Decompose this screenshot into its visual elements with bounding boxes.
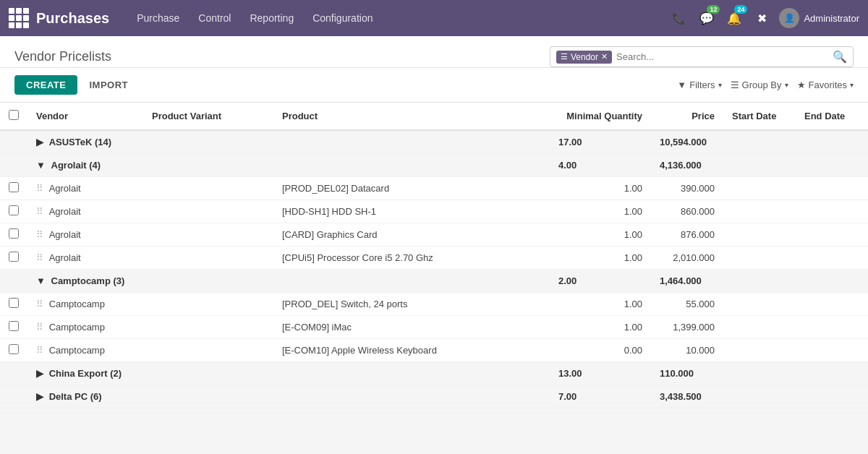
group-name-cell[interactable]: ▼ Camptocamp (3) [27,270,550,293]
app-title[interactable]: Purchases [36,10,109,27]
filters-button[interactable]: ▼ Filters ▾ [677,80,721,90]
nav-configuration[interactable]: Configuration [305,8,380,28]
group-name: China Export (2) [49,368,122,379]
filter-tag-close[interactable]: ✕ [601,52,608,61]
expand-icon[interactable]: ▶ [36,391,43,402]
settings-icon[interactable]: ✖ [752,8,772,28]
expand-icon[interactable]: ▼ [36,275,46,286]
row-end-date [796,339,868,362]
row-checkbox-cell [0,339,27,362]
row-min-qty: 1.00 [550,200,651,223]
group-name-cell[interactable]: ▶ ASUSTeK (14) [27,130,550,154]
drag-handle-icon[interactable]: ⠿ [36,206,43,217]
row-checkbox[interactable] [9,182,19,192]
avatar: 👤 [779,8,799,28]
row-end-date [796,247,868,270]
table-row[interactable]: ⠿ Agrolait [PROD_DEL02] Datacard 1.00 39… [0,177,868,200]
row-start-date [723,293,796,316]
chat-icon[interactable]: 💬 12 [697,8,717,28]
group-row[interactable]: ▶ Delta PC (6) 7.00 3,438.500 [0,385,868,408]
row-drag-vendor: ⠿ Camptocamp [27,293,143,316]
favorites-button[interactable]: ★ Favorites ▾ [797,80,854,90]
table-row[interactable]: ⠿ Agrolait [HDD-SH1] HDD SH-1 1.00 860.0… [0,200,868,223]
group-name: Delta PC (6) [49,391,102,402]
row-start-date [723,316,796,339]
row-variant [143,200,273,223]
group-name-cell[interactable]: ▼ Agrolait (4) [27,154,550,177]
row-drag-vendor: ⠿ Agrolait [27,177,143,200]
expand-icon[interactable]: ▼ [36,160,46,171]
nav-purchase[interactable]: Purchase [129,8,187,28]
drag-handle-icon[interactable]: ⠿ [36,322,43,333]
row-checkbox-cell [0,177,27,200]
row-checkbox-cell [0,247,27,270]
row-checkbox[interactable] [9,344,19,354]
row-vendor: Camptocamp [49,345,105,356]
filters-caret: ▾ [718,81,722,89]
groupby-icon: ☰ [731,80,739,90]
chat-badge: 12 [707,5,720,14]
filter-tag-label: Vendor [571,52,598,62]
group-expand-cell [0,154,27,177]
search-filter-tag[interactable]: ☰ Vendor ✕ [556,51,612,64]
row-checkbox[interactable] [9,321,19,331]
table-row[interactable]: ⠿ Camptocamp [PROD_DEL] Switch, 24 ports… [0,293,868,316]
group-row[interactable]: ▶ China Export (2) 13.00 110.000 [0,362,868,385]
row-end-date [796,293,868,316]
group-start-date [723,385,796,408]
row-price: 10.000 [651,339,723,362]
group-end-date [796,270,868,293]
phone-icon[interactable]: 📞 [669,8,689,28]
row-vendor: Agrolait [49,183,81,194]
table-row[interactable]: ⠿ Agrolait [CARD] Graphics Card 1.00 876… [0,223,868,247]
row-drag-vendor: ⠿ Camptocamp [27,316,143,339]
drag-handle-icon[interactable]: ⠿ [36,252,43,263]
row-price: 55.000 [651,293,723,316]
groupby-button[interactable]: ☰ Group By ▾ [731,80,788,90]
row-product: [PROD_DEL] Switch, 24 ports [273,293,550,316]
select-all-checkbox[interactable] [9,110,19,120]
top-nav: Purchases Purchase Control Reporting Con… [0,0,868,36]
group-name-cell[interactable]: ▶ China Export (2) [27,362,550,385]
star-icon: ★ [797,80,806,90]
row-price: 876.000 [651,223,723,247]
import-button[interactable]: IMPORT [89,80,128,90]
group-price: 3,438.500 [651,385,723,408]
search-icon[interactable]: 🔍 [833,50,847,64]
row-checkbox[interactable] [9,252,19,262]
groupby-caret: ▾ [785,81,788,89]
search-input[interactable] [616,51,830,62]
nav-control[interactable]: Control [191,8,238,28]
row-start-date [723,247,796,270]
nav-reporting[interactable]: Reporting [242,8,301,28]
group-min-qty: 17.00 [550,130,651,154]
expand-icon[interactable]: ▶ [36,137,43,147]
row-checkbox[interactable] [9,228,19,239]
group-row[interactable]: ▼ Agrolait (4) 4.00 4,136.000 [0,154,868,177]
row-variant [143,293,273,316]
row-checkbox-cell [0,200,27,223]
table-row[interactable]: ⠿ Agrolait [CPUi5] Processor Core i5 2.7… [0,247,868,270]
group-end-date [796,154,868,177]
notification-icon[interactable]: 🔔 24 [724,8,744,28]
group-row[interactable]: ▶ ASUSTeK (14) 17.00 10,594.000 [0,130,868,154]
group-start-date [723,270,796,293]
row-checkbox[interactable] [9,298,19,308]
drag-handle-icon[interactable]: ⠿ [36,183,43,194]
group-start-date [723,362,796,385]
table-row[interactable]: ⠿ Camptocamp [E-COM10] Apple Wireless Ke… [0,339,868,362]
drag-handle-icon[interactable]: ⠿ [36,345,43,356]
row-price: 1,399.000 [651,316,723,339]
drag-handle-icon[interactable]: ⠿ [36,229,43,240]
group-name: Agrolait (4) [51,160,101,171]
group-row[interactable]: ▼ Camptocamp (3) 2.00 1,464.000 [0,270,868,293]
expand-icon[interactable]: ▶ [36,368,43,379]
user-menu[interactable]: 👤 Administrator [779,8,859,28]
create-button[interactable]: CREATE [14,75,77,95]
app-grid-icon[interactable] [9,8,29,28]
row-checkbox[interactable] [9,205,19,215]
drag-handle-icon[interactable]: ⠿ [36,299,43,309]
group-name-cell[interactable]: ▶ Delta PC (6) [27,385,550,408]
group-expand-cell [0,270,27,293]
table-row[interactable]: ⠿ Camptocamp [E-COM09] iMac 1.00 1,399.0… [0,316,868,339]
